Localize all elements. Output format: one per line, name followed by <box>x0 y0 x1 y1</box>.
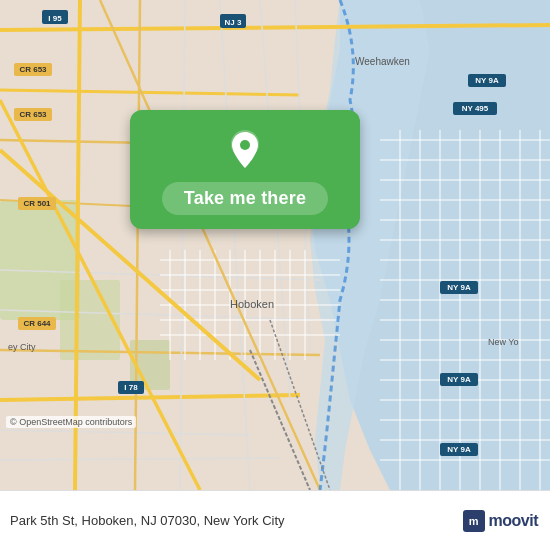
location-card: Take me there <box>130 110 360 229</box>
moovit-m-icon: m <box>463 510 485 532</box>
bottom-bar: Park 5th St, Hoboken, NJ 07030, New York… <box>0 490 550 550</box>
svg-text:NJ 3: NJ 3 <box>225 18 242 27</box>
location-pin-icon <box>223 128 267 172</box>
address-text: Park 5th St, Hoboken, NJ 07030, New York… <box>10 513 285 528</box>
svg-text:Weehawken: Weehawken <box>355 56 410 67</box>
svg-text:I 78: I 78 <box>124 383 138 392</box>
moovit-logo: m moovit <box>463 510 538 532</box>
svg-text:New Yo: New Yo <box>488 337 519 347</box>
moovit-wordmark: moovit <box>489 512 538 530</box>
svg-text:NY 9A: NY 9A <box>475 76 499 85</box>
svg-text:CR 653: CR 653 <box>19 110 47 119</box>
svg-text:ey City: ey City <box>8 342 36 352</box>
svg-text:CR 501: CR 501 <box>23 199 51 208</box>
svg-text:NY 9A: NY 9A <box>447 283 471 292</box>
svg-text:CR 644: CR 644 <box>23 319 51 328</box>
svg-text:CR 653: CR 653 <box>19 65 47 74</box>
map-container: I 95 NJ 3 CR 653 CR 653 NY 9A NY 495 CR … <box>0 0 550 490</box>
svg-text:I 95: I 95 <box>48 14 62 23</box>
svg-text:NY 495: NY 495 <box>462 104 489 113</box>
svg-text:NY 9A: NY 9A <box>447 445 471 454</box>
svg-point-97 <box>240 140 250 150</box>
take-me-there-button[interactable]: Take me there <box>162 182 328 215</box>
svg-text:NY 9A: NY 9A <box>447 375 471 384</box>
svg-text:Hoboken: Hoboken <box>230 298 274 310</box>
osm-credit: © OpenStreetMap contributors <box>6 416 136 428</box>
